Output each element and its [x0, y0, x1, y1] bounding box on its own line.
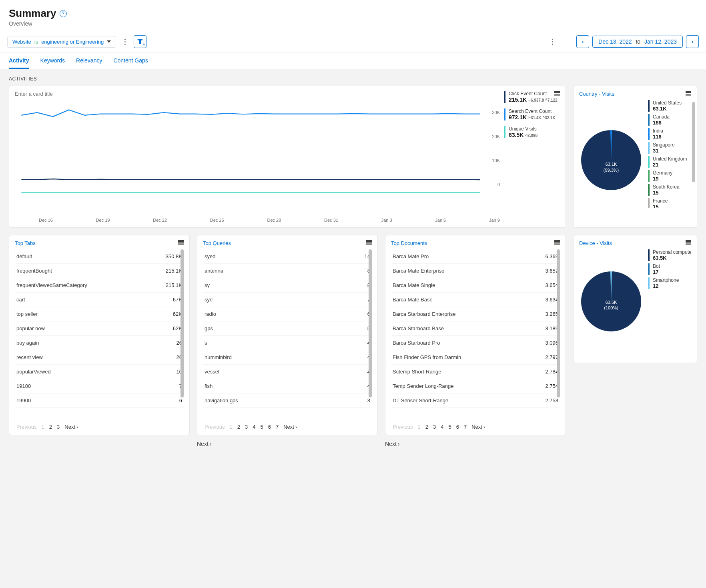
card-settings-icon[interactable]: [554, 240, 560, 245]
tabs: ActivityKeywordsRelevancyContent Gaps: [0, 52, 706, 69]
list-item[interactable]: Barca Starboard Pro3,096: [391, 336, 560, 350]
list-item[interactable]: Fish Finder GPS from Darmin2,797: [391, 350, 560, 365]
list-item[interactable]: 191007: [15, 379, 184, 393]
next-page-link[interactable]: Next›: [197, 441, 378, 447]
x-tick: Dec 25: [210, 218, 224, 223]
scroll-thumb[interactable]: [692, 102, 695, 182]
legend-item: South Korea15: [648, 184, 687, 196]
pager-next[interactable]: Next ›: [64, 424, 78, 430]
list-item[interactable]: DT Senser Short-Range2,753: [391, 393, 560, 408]
country-pie-chart: 63.1K(99.3%): [579, 100, 643, 208]
date-prev-button[interactable]: ‹: [576, 35, 589, 48]
card-settings-icon[interactable]: [686, 240, 691, 245]
list-item[interactable]: cart67K: [15, 293, 184, 307]
card-title: Top Documents: [391, 240, 560, 246]
list-item[interactable]: frequentViewedSameCategory215.1K: [15, 278, 184, 293]
list-item[interactable]: Temp Sender Long-Range2,754: [391, 379, 560, 393]
x-tick: Jan 9: [489, 218, 500, 223]
legend-item: Search Event Count972.1K ~31.4K ^32.1K: [504, 108, 560, 120]
legend-item: Canada186: [648, 114, 687, 126]
list-item[interactable]: sye7: [203, 293, 372, 307]
pager-page[interactable]: 1: [42, 424, 44, 430]
pager-page[interactable]: 2: [237, 424, 240, 430]
pager-prev[interactable]: Previous: [16, 424, 37, 430]
list-item[interactable]: antenna8: [203, 264, 372, 278]
list-item[interactable]: frequentBought215.1K: [15, 264, 184, 278]
pager-page[interactable]: 5: [449, 424, 451, 430]
card-settings-icon[interactable]: [366, 240, 372, 245]
list-item[interactable]: Barca Starboard Enterprise3,265: [391, 307, 560, 321]
card-title-input[interactable]: Enter a card title: [15, 91, 500, 97]
next-page-link[interactable]: Next›: [385, 441, 566, 447]
pager-page[interactable]: 6: [456, 424, 459, 430]
list-item[interactable]: s4: [203, 336, 372, 350]
list-item[interactable]: popularViewed10: [15, 365, 184, 379]
pager-page[interactable]: 3: [245, 424, 248, 430]
tab-relevancy[interactable]: Relevancy: [76, 52, 102, 69]
pager-page[interactable]: 1: [230, 424, 233, 430]
scroll-thumb[interactable]: [181, 249, 184, 397]
list-item[interactable]: humminbird4: [203, 350, 372, 365]
pager-next[interactable]: Next ›: [283, 424, 297, 430]
scroll-thumb[interactable]: [557, 249, 560, 397]
list-item[interactable]: sy8: [203, 278, 372, 293]
list-item[interactable]: fish4: [203, 379, 372, 393]
pager-next[interactable]: Next ›: [471, 424, 485, 430]
list-item[interactable]: popular now62K: [15, 321, 184, 336]
date-range-picker[interactable]: Dec 13, 2022 to Jan 12, 2023: [592, 36, 683, 48]
pager-page[interactable]: 7: [276, 424, 279, 430]
list-item[interactable]: top seller62K: [15, 307, 184, 321]
list-item[interactable]: vessel4: [203, 365, 372, 379]
pager-page[interactable]: 5: [261, 424, 263, 430]
pager-page[interactable]: 2: [425, 424, 428, 430]
help-icon[interactable]: ?: [60, 10, 67, 17]
pager-page[interactable]: 6: [268, 424, 271, 430]
pager-page[interactable]: 7: [464, 424, 467, 430]
pager-page[interactable]: 3: [57, 424, 60, 430]
breadcrumb: Overview: [9, 20, 697, 27]
date-to-label: to: [636, 38, 640, 45]
pager-prev[interactable]: Previous: [393, 424, 413, 430]
legend-item: Smartphone12: [648, 277, 691, 289]
scroll-thumb[interactable]: [369, 249, 372, 397]
top-documents-card: Top Documents Barca Mate Pro6,369Barca M…: [385, 235, 566, 435]
tab-content-gaps[interactable]: Content Gaps: [113, 52, 148, 69]
section-label: ACTIVITIES: [9, 76, 697, 82]
line-chart: 30K 20K 10K 0: [15, 100, 500, 216]
list-item[interactable]: Barca Mate Enterprise3,657: [391, 264, 560, 278]
pager-page[interactable]: 4: [441, 424, 443, 430]
list-item[interactable]: default350.8K: [15, 249, 184, 264]
add-filter-button[interactable]: +: [134, 35, 146, 48]
list-item[interactable]: buy again26: [15, 336, 184, 350]
pager-page[interactable]: 2: [49, 424, 52, 430]
list-item[interactable]: syed14: [203, 249, 372, 264]
filter-pill[interactable]: Website is engineering or Engineering: [7, 36, 116, 48]
list-item[interactable]: 199006: [15, 393, 184, 408]
tab-activity[interactable]: Activity: [9, 52, 29, 69]
pager-page[interactable]: 3: [433, 424, 436, 430]
pager-page[interactable]: 1: [418, 424, 421, 430]
tab-keywords[interactable]: Keywords: [40, 52, 65, 69]
list-item[interactable]: Sctemp Short-Range2,784: [391, 365, 560, 379]
chevron-down-icon: [107, 40, 111, 43]
pager-prev[interactable]: Previous: [205, 424, 225, 430]
list-item[interactable]: Barca Starboard Base3,189: [391, 321, 560, 336]
card-settings-icon[interactable]: [686, 91, 691, 96]
date-next-button[interactable]: ›: [686, 35, 699, 48]
list-item[interactable]: navigation gps3: [203, 393, 372, 408]
top-tabs-card: Top Tabs default350.8KfrequentBought215.…: [9, 235, 190, 435]
date-to: Jan 12, 2023: [644, 38, 677, 45]
list-item[interactable]: Barca Mate Pro6,369: [391, 249, 560, 264]
pager-page[interactable]: 4: [253, 424, 255, 430]
filter-more-menu[interactable]: [120, 36, 130, 47]
card-settings-icon[interactable]: [178, 240, 184, 245]
toolbar-more-menu[interactable]: [548, 36, 557, 47]
pie-center-label: 63.1K(99.3%): [604, 161, 619, 173]
list-item[interactable]: gps5: [203, 321, 372, 336]
list-item[interactable]: Barca Mate Single3,654: [391, 278, 560, 293]
list-item[interactable]: recent view26: [15, 350, 184, 365]
card-settings-icon[interactable]: [554, 91, 560, 96]
list-item[interactable]: Barca Mate Base3,634: [391, 293, 560, 307]
chevron-right-icon: ›: [692, 38, 694, 45]
list-item[interactable]: radio6: [203, 307, 372, 321]
